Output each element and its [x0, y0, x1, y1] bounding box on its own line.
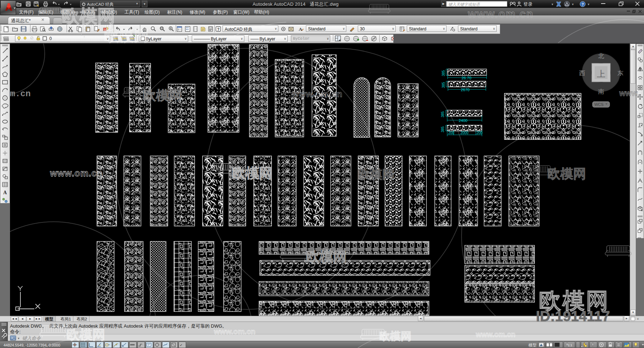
svg-text:385: 385	[441, 70, 445, 76]
svg-text:上: 上	[597, 69, 605, 79]
svg-text:?: ?	[217, 27, 220, 31]
svg-text:0: 0	[49, 36, 52, 41]
svg-text:西: 西	[579, 70, 585, 77]
svg-text:WCS: WCS	[594, 102, 604, 107]
svg-text:A: A	[299, 26, 302, 32]
svg-text:385: 385	[441, 82, 445, 88]
svg-text:2000: 2000	[460, 131, 469, 135]
svg-text:?: ?	[581, 2, 584, 6]
svg-text:2400: 2400	[459, 118, 467, 123]
svg-text:200: 200	[477, 131, 483, 135]
svg-text:2670: 2670	[461, 88, 469, 92]
svg-text:385: 385	[441, 126, 445, 132]
svg-text:26.70: 26.70	[462, 76, 472, 80]
svg-text:385: 385	[441, 111, 445, 117]
svg-text:200: 200	[448, 131, 454, 135]
svg-text:东: 东	[618, 70, 624, 77]
svg-text:南: 南	[598, 88, 604, 95]
svg-text:A: A	[3, 190, 7, 195]
svg-text:1:1: 1:1	[568, 343, 572, 347]
svg-text:北: 北	[598, 53, 604, 59]
svg-text:✓: ✓	[180, 343, 183, 347]
